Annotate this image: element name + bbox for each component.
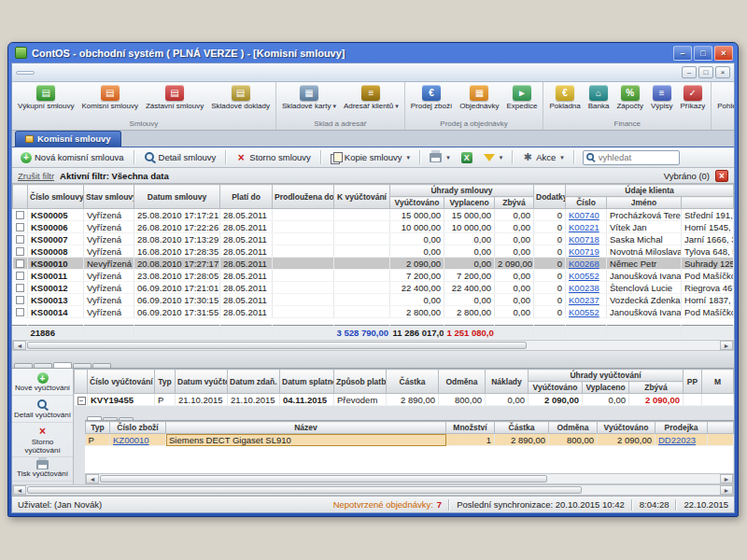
scroll-thumb[interactable] (27, 486, 582, 494)
child-minimize-button[interactable]: – (682, 66, 697, 78)
close-button[interactable]: × (714, 46, 733, 61)
client-number-link[interactable]: K00268 (566, 258, 607, 270)
expedition-button[interactable]: Expedice (502, 84, 541, 119)
menu-item[interactable] (53, 71, 72, 75)
maximize-button[interactable]: □ (694, 46, 712, 61)
new-contract-button[interactable]: Nová komisní smlouva (16, 150, 129, 165)
commission-contracts-button[interactable]: Komisní smlouvy (78, 84, 141, 119)
detail-tab[interactable] (14, 363, 33, 368)
print-billing-button[interactable]: Tisk vyúčtování (12, 457, 73, 482)
contract-row[interactable]: KS00011 Vyřízená 23.08.2010 17:28:05 28.… (13, 270, 734, 282)
client-number-link[interactable]: K00552 (566, 270, 607, 282)
clients-directory-button[interactable]: Adresář klientů▾ (340, 84, 402, 119)
row-checkbox[interactable] (13, 294, 28, 306)
contract-row[interactable]: KS00005 Vyřízená 25.08.2010 17:17:21 28.… (13, 209, 734, 221)
col-commission[interactable]: Odměna (439, 370, 486, 394)
contract-row[interactable]: KS00012 Vyřízená 06.09.2010 17:21:01 28.… (13, 282, 734, 294)
col-extended-until[interactable]: Prodloužena do (273, 185, 334, 209)
col-item-amount[interactable]: Částka (495, 422, 549, 434)
scroll-right-arrow[interactable]: ► (720, 341, 733, 350)
row-checkbox[interactable] (13, 282, 28, 294)
col-receipt[interactable]: Prodejka (655, 422, 708, 434)
contract-row[interactable]: KS00010 Nevyřízená 20.08.2010 17:27:17 2… (13, 258, 734, 270)
payment-orders-button[interactable]: Příkazy (676, 84, 709, 119)
col-costs[interactable]: Náklady (486, 370, 529, 394)
scroll-right-arrow[interactable]: ► (720, 485, 733, 495)
client-number-link[interactable]: K00552 (566, 306, 607, 318)
menu-item[interactable] (16, 71, 35, 75)
statements-button[interactable]: Výpisy (647, 84, 677, 119)
col-client-name[interactable]: Jméno (607, 197, 682, 209)
filter-close-button[interactable] (715, 170, 728, 182)
col-m[interactable]: M (702, 370, 734, 394)
col-paid[interactable]: Vyplaceno (444, 197, 495, 209)
col-amount[interactable]: Částka (387, 370, 439, 394)
client-number-link[interactable]: K00237 (566, 294, 607, 306)
detail-tab[interactable] (73, 363, 92, 368)
menu-item[interactable] (35, 71, 53, 75)
col-contract-number[interactable]: Číslo smlouvy▴ (28, 185, 84, 209)
col-valid-until[interactable]: Platí do (220, 185, 273, 209)
col-to-bill[interactable]: K vyúčtování (334, 185, 390, 209)
col-quantity[interactable]: Množství (446, 422, 495, 434)
contract-row[interactable]: KS00014 Vyřízená 06.09.2010 17:31:55 28.… (13, 306, 734, 318)
minimize-button[interactable]: – (673, 46, 692, 61)
scroll-right-arrow[interactable]: ► (720, 474, 733, 483)
col-billing-date[interactable]: Datum vyúčtování (176, 370, 228, 394)
col-billing-type[interactable]: Typ (155, 370, 176, 394)
filter-button[interactable]: ▾ (479, 152, 508, 163)
sell-goods-button[interactable]: Prodej zboží (407, 84, 456, 119)
col-pp[interactable]: PP (684, 370, 702, 394)
tab-commission-contracts[interactable]: Komisní smlouvy (15, 131, 121, 147)
row-checkbox[interactable] (13, 209, 28, 221)
client-number-link[interactable]: K00740 (566, 209, 607, 221)
cash-desk-button[interactable]: Pokladna (545, 84, 584, 119)
copy-contract-button[interactable]: Kopie smlouvy▾ (326, 150, 415, 165)
orders-button[interactable]: Objednávky (456, 84, 502, 119)
client-number-link[interactable]: K00719 (566, 245, 607, 258)
row-checkbox[interactable] (13, 270, 28, 282)
contract-row[interactable]: KS00013 Vyřízená 06.09.2010 17:30:15 28.… (13, 294, 734, 306)
receipt-link[interactable]: DD22023 (655, 434, 708, 446)
col-item-name[interactable]: Název (166, 422, 446, 434)
row-checkbox[interactable] (13, 258, 28, 270)
offsets-button[interactable]: Zápočty (613, 84, 646, 119)
client-number-link[interactable]: K00238 (566, 282, 607, 294)
items-grid-hscrollbar[interactable]: ◄ ► (85, 473, 734, 484)
col-item-billed[interactable]: Vyúčtováno (598, 422, 655, 434)
billing-detail-button[interactable]: Detail vyúčtování (12, 396, 73, 423)
col-amendments[interactable]: Dodatky (534, 185, 566, 209)
print-button[interactable]: ▾ (425, 151, 455, 164)
col-item-type[interactable]: Typ (86, 422, 110, 434)
child-close-button[interactable]: × (715, 66, 730, 78)
row-expander[interactable] (75, 394, 88, 406)
buyout-contracts-button[interactable]: Výkupní smlouvy (14, 84, 78, 119)
export-excel-button[interactable] (457, 150, 477, 165)
client-number-link[interactable]: K00718 (566, 233, 607, 245)
col-goods-number[interactable]: Číslo zboží (110, 422, 166, 434)
billed-item-row[interactable]: P KZ00010 Siemens DECT Gigaset SL910 1 2… (86, 434, 734, 446)
billing-sub-tab[interactable] (119, 417, 134, 420)
main-grid-hscrollbar[interactable]: ◄ ► (12, 340, 734, 351)
col-billed[interactable]: Vyúčtováno (390, 197, 444, 209)
contract-row[interactable]: KS00007 Vyřízená 28.08.2010 17:13:29 28.… (13, 233, 734, 245)
col-status[interactable]: Stav smlouvy (84, 185, 134, 209)
detail-tab[interactable] (53, 362, 72, 368)
new-billing-button[interactable]: Nové vyúčtování (12, 370, 73, 396)
col-billing-remaining[interactable]: Zbývá (629, 382, 684, 394)
col-contract-date[interactable]: Datum smlouvy (134, 185, 220, 209)
scroll-left-arrow[interactable]: ◄ (13, 485, 26, 495)
pledge-contracts-button[interactable]: Zástavní smlouvy (142, 84, 207, 119)
cancel-contract-button[interactable]: Storno smlouvy (231, 149, 315, 166)
col-client-address[interactable] (682, 197, 734, 209)
actions-button[interactable]: Akce▾ (517, 149, 569, 165)
col-payment-method[interactable]: Způsob platby (334, 370, 387, 394)
row-checkbox[interactable] (13, 245, 28, 258)
col-remaining[interactable]: Zbývá (495, 197, 534, 209)
contract-detail-button[interactable]: Detail smlouvy (139, 149, 221, 165)
client-number-link[interactable]: K00221 (566, 221, 607, 233)
scroll-left-arrow[interactable]: ◄ (86, 474, 99, 483)
stock-cards-button[interactable]: Skladové karty▾ (278, 84, 340, 119)
clear-filter-link[interactable]: Zrušit filtr (18, 171, 54, 181)
col-due-date[interactable]: Datum splatnosti (280, 370, 334, 394)
